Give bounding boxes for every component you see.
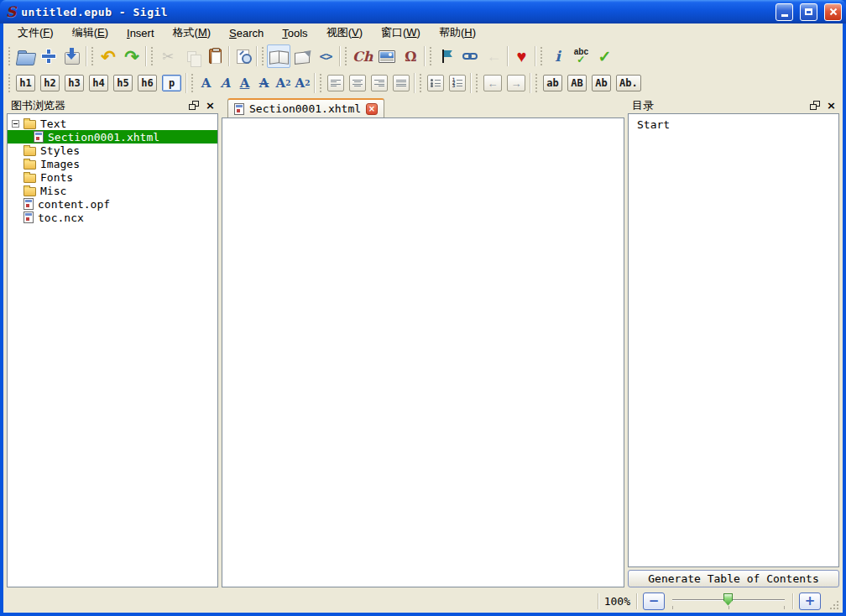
split-view-button[interactable] bbox=[290, 44, 314, 68]
close-button[interactable] bbox=[824, 3, 842, 21]
menu-insert[interactable]: Insert bbox=[118, 24, 164, 42]
bullet-list-button[interactable] bbox=[427, 75, 444, 91]
chapter-break-button[interactable]: Ch bbox=[350, 44, 375, 68]
menu-edit[interactable]: 编辑(E) bbox=[63, 23, 118, 43]
zoom-in-button[interactable]: + bbox=[799, 593, 821, 610]
new-button[interactable] bbox=[37, 44, 60, 68]
toolbar-handle[interactable] bbox=[191, 74, 193, 92]
open-button[interactable] bbox=[13, 44, 37, 68]
copy-icon bbox=[187, 51, 196, 62]
outdent-button[interactable]: ← bbox=[483, 75, 502, 91]
zoom-out-button[interactable]: − bbox=[643, 593, 665, 610]
toolbar-handle[interactable] bbox=[476, 74, 478, 92]
heading-5-button[interactable]: h5 bbox=[113, 75, 133, 91]
heading-2-button[interactable]: h2 bbox=[40, 75, 60, 91]
close-panel-icon[interactable]: × bbox=[827, 100, 836, 111]
toc-item-start[interactable]: Start bbox=[629, 114, 838, 131]
code-view-button[interactable]: <> bbox=[314, 44, 337, 68]
align-justify-button[interactable] bbox=[393, 75, 410, 91]
toolbar-handle[interactable] bbox=[320, 74, 321, 92]
superscript-button[interactable]: A2 bbox=[293, 73, 312, 93]
slider-handle[interactable] bbox=[723, 593, 733, 606]
special-character-button[interactable]: Ω bbox=[399, 44, 422, 68]
save-button[interactable] bbox=[60, 44, 84, 68]
insert-link-button[interactable] bbox=[458, 44, 482, 68]
tab-close-icon[interactable]: × bbox=[366, 103, 378, 115]
tab-section0001[interactable]: Section0001.xhtml × bbox=[227, 98, 384, 117]
close-panel-icon[interactable]: × bbox=[206, 100, 215, 111]
toolbar-handle[interactable] bbox=[151, 47, 153, 65]
generate-toc-button[interactable]: Generate Table of Contents bbox=[628, 570, 839, 587]
tree-item-section0001[interactable]: Section0001.xhtml bbox=[8, 130, 217, 144]
heading-1-button[interactable]: h1 bbox=[16, 75, 35, 91]
capitalize-button[interactable]: Ab. bbox=[616, 75, 641, 91]
align-right-button[interactable] bbox=[371, 75, 388, 91]
tree-item-images[interactable]: Images bbox=[8, 157, 217, 170]
underline-button[interactable]: A bbox=[235, 73, 254, 93]
bold-button[interactable]: A bbox=[196, 73, 216, 93]
float-panel-icon[interactable] bbox=[810, 101, 820, 110]
align-left-button[interactable] bbox=[327, 75, 344, 91]
uppercase-button[interactable]: AB bbox=[567, 75, 587, 91]
html-file-icon bbox=[34, 131, 44, 143]
document-editor[interactable] bbox=[222, 117, 624, 587]
heading-6-button[interactable]: h6 bbox=[138, 75, 157, 91]
book-view-button[interactable] bbox=[267, 44, 290, 68]
tree-item-toc-ncx[interactable]: toc.ncx bbox=[8, 211, 217, 224]
lowercase-button[interactable]: ab bbox=[543, 75, 562, 91]
paste-button[interactable] bbox=[203, 44, 227, 68]
toolbar-handle[interactable] bbox=[8, 47, 10, 65]
menu-file[interactable]: 文件(F) bbox=[8, 23, 63, 43]
indent-button[interactable]: → bbox=[507, 75, 525, 91]
resize-grip[interactable] bbox=[828, 599, 839, 610]
menu-window[interactable]: 窗口(W) bbox=[372, 23, 430, 43]
toolbar-handle[interactable] bbox=[8, 74, 10, 92]
omega-icon: Ω bbox=[405, 49, 416, 65]
maximize-button[interactable] bbox=[800, 3, 817, 21]
menu-format[interactable]: 格式(M) bbox=[164, 23, 221, 43]
menu-help[interactable]: 帮助(H) bbox=[430, 23, 485, 43]
copy-button[interactable] bbox=[180, 44, 203, 68]
italic-button[interactable]: A bbox=[216, 73, 235, 93]
collapse-icon[interactable] bbox=[12, 120, 19, 128]
heading-4-button[interactable]: h4 bbox=[89, 75, 108, 91]
toc-panel: 目录 × Start Generate Table of Contents bbox=[628, 97, 839, 587]
menu-search[interactable]: Search bbox=[220, 24, 273, 42]
numbered-list-button[interactable] bbox=[449, 75, 466, 91]
align-center-button[interactable] bbox=[349, 75, 366, 91]
find-button[interactable] bbox=[231, 44, 254, 68]
donate-button[interactable]: ♥ bbox=[509, 44, 533, 68]
cut-button[interactable]: ✂ bbox=[156, 44, 180, 68]
toolbar-handle[interactable] bbox=[535, 74, 537, 92]
heading-3-button[interactable]: h3 bbox=[65, 75, 84, 91]
toolbar-handle[interactable] bbox=[430, 47, 431, 65]
metadata-button[interactable]: i bbox=[546, 44, 569, 68]
validate-button[interactable]: ✓ bbox=[593, 44, 616, 68]
paragraph-button[interactable]: p bbox=[162, 75, 181, 91]
zoom-slider[interactable] bbox=[671, 593, 786, 610]
bookmark-button[interactable] bbox=[435, 44, 458, 68]
redo-button[interactable]: ↷ bbox=[120, 44, 144, 68]
tree-item-fonts[interactable]: Fonts bbox=[8, 170, 217, 184]
strikethrough-button[interactable]: A bbox=[254, 73, 274, 93]
toolbar-handle[interactable] bbox=[345, 47, 347, 65]
subscript-button[interactable]: A2 bbox=[274, 73, 293, 93]
spellcheck-button[interactable]: abc✓ bbox=[569, 44, 593, 68]
toolbar-handle[interactable] bbox=[420, 74, 421, 92]
menu-tools[interactable]: Tools bbox=[273, 24, 316, 42]
minimize-button[interactable] bbox=[776, 3, 793, 21]
toolbar-handle[interactable] bbox=[91, 47, 93, 65]
insert-image-button[interactable] bbox=[375, 44, 399, 68]
toolbar-handle[interactable] bbox=[540, 47, 542, 65]
tree-item-misc[interactable]: Misc bbox=[8, 184, 217, 197]
back-button[interactable]: ← bbox=[482, 44, 505, 68]
folder-icon bbox=[24, 147, 36, 156]
tree-item-text[interactable]: Text bbox=[8, 117, 217, 130]
tree-item-content-opf[interactable]: content.opf bbox=[8, 197, 217, 211]
menu-view[interactable]: 视图(V) bbox=[317, 23, 372, 43]
undo-button[interactable]: ↶ bbox=[97, 44, 120, 68]
float-panel-icon[interactable] bbox=[189, 101, 199, 110]
toolbar-handle[interactable] bbox=[262, 47, 264, 65]
tree-item-styles[interactable]: Styles bbox=[8, 144, 217, 157]
titlecase-button[interactable]: Ab bbox=[592, 75, 611, 91]
